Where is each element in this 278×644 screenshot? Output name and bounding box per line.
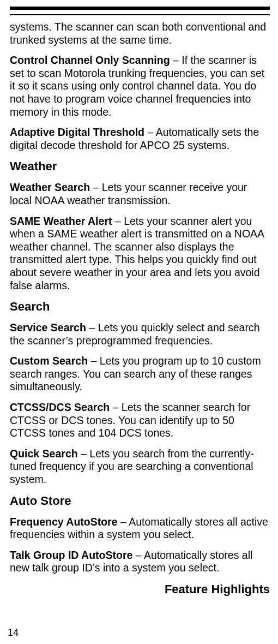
section-heading-auto-store: Auto Store bbox=[10, 494, 270, 508]
feature-sep: – bbox=[78, 448, 90, 460]
feature-frequency-autostore: Frequency AutoStore – Automatically stor… bbox=[10, 516, 270, 541]
feature-sep: – bbox=[112, 215, 124, 227]
footer-section-title: Feature Highlights bbox=[10, 582, 270, 597]
feature-sep: – bbox=[86, 321, 98, 333]
section-heading-search: Search bbox=[10, 300, 270, 314]
page-container: systems. The scanner can scan both conve… bbox=[0, 7, 278, 597]
feature-sep: – bbox=[170, 54, 182, 66]
feature-term: Adaptive Digital Threshold bbox=[10, 126, 144, 138]
feature-term: Talk Group ID AutoStore bbox=[10, 549, 132, 561]
feature-sep: – bbox=[88, 355, 100, 367]
feature-talkgroup-autostore: Talk Group ID AutoStore – Automatically … bbox=[10, 549, 270, 575]
intro-continuation: systems. The scanner can scan both conve… bbox=[10, 21, 270, 46]
feature-term: Control Channel Only Scanning bbox=[10, 54, 170, 66]
feature-control-channel: Control Channel Only Scanning – If the s… bbox=[10, 54, 270, 118]
feature-term: CTCSS/DCS Search bbox=[10, 401, 110, 413]
feature-term: Custom Search bbox=[10, 355, 88, 367]
feature-term: Frequency AutoStore bbox=[10, 516, 118, 528]
feature-sep: – bbox=[110, 401, 122, 413]
top-rule-thin bbox=[10, 14, 270, 15]
feature-quick-search: Quick Search – Lets you search from the … bbox=[10, 448, 270, 486]
top-rule-thick bbox=[10, 7, 270, 10]
feature-same-weather-alert: SAME Weather Alert – Lets your scanner a… bbox=[10, 215, 270, 293]
feature-term: SAME Weather Alert bbox=[10, 215, 112, 227]
feature-weather-search: Weather Search – Lets your scanner recei… bbox=[10, 181, 270, 207]
feature-sep: – bbox=[132, 549, 144, 561]
feature-sep: – bbox=[118, 516, 129, 528]
section-heading-weather: Weather bbox=[10, 159, 270, 174]
feature-term: Service Search bbox=[10, 321, 86, 333]
feature-ctcss-dcs-search: CTCSS/DCS Search – Lets the scanner sear… bbox=[10, 401, 270, 440]
feature-custom-search: Custom Search – Lets you program up to 1… bbox=[10, 355, 270, 393]
feature-service-search: Service Search – Lets you quickly select… bbox=[10, 321, 270, 347]
feature-adaptive-threshold: Adaptive Digital Threshold – Automatical… bbox=[10, 126, 270, 152]
feature-term: Weather Search bbox=[10, 181, 90, 193]
feature-sep: – bbox=[144, 126, 156, 138]
page-number: 14 bbox=[8, 627, 19, 639]
feature-term: Quick Search bbox=[10, 448, 78, 460]
feature-sep: – bbox=[90, 181, 102, 193]
